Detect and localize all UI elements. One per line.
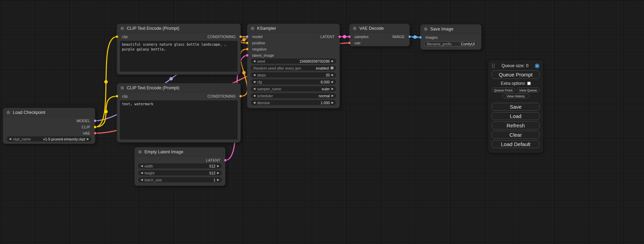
settings-gear-icon[interactable] <box>535 63 540 69</box>
cfg-widget[interactable]: ◀ cfg 8.000 ▶ <box>251 79 336 84</box>
ckpt-name-widget[interactable]: ◀ ckpt_name v1-5-pruned-emaonly.ckpt ▶ <box>7 136 91 142</box>
node-header[interactable]: CLIP Text Encode (Prompt) <box>117 83 240 92</box>
conditioning-output-port[interactable] <box>239 95 242 98</box>
node-header[interactable]: KSampler <box>247 24 339 33</box>
prev-value-arrow-icon[interactable]: ◀ <box>253 88 255 90</box>
sampler-name-widget[interactable]: ◀ sampler_name euler ▶ <box>251 86 336 91</box>
positive-prompt-textarea[interactable]: beautiful scenery nature glass bottle la… <box>120 41 238 72</box>
latent-output-port[interactable] <box>338 35 341 38</box>
node-header[interactable]: Save Image <box>421 25 481 34</box>
image-output-port[interactable] <box>408 35 411 38</box>
widget-label: seed <box>257 59 265 63</box>
view-history-button[interactable]: View History <box>502 93 529 98</box>
model-output-port[interactable] <box>94 119 97 123</box>
node-header[interactable]: Empty Latent Image <box>135 147 225 156</box>
decrement-arrow-icon[interactable]: ◀ <box>253 101 255 104</box>
increment-arrow-icon[interactable]: ▶ <box>217 179 219 181</box>
collapse-toggle-icon[interactable] <box>424 27 427 31</box>
refresh-button[interactable]: Refresh <box>492 121 540 129</box>
decrement-arrow-icon[interactable]: ◀ <box>141 172 143 174</box>
batch-size-widget[interactable]: ◀ batch_size 1 ▶ <box>138 177 222 182</box>
node-save-image[interactable]: Save Image images filename_prefix ComfyU… <box>420 24 482 50</box>
increment-arrow-icon[interactable]: ▶ <box>217 165 219 168</box>
node-header[interactable]: Load Checkpoint <box>3 108 95 117</box>
random-seed-toggle-dot[interactable] <box>330 66 334 70</box>
next-value-arrow-icon[interactable]: ▶ <box>332 94 334 97</box>
latent-output-port[interactable] <box>224 159 227 162</box>
increment-arrow-icon[interactable]: ▶ <box>217 172 219 174</box>
denoise-widget[interactable]: ◀ denoise 1.000 ▶ <box>251 100 336 105</box>
queue-front-button[interactable]: Queue Front <box>492 88 515 92</box>
collapse-toggle-icon[interactable] <box>121 86 124 90</box>
wire-midpoint-dot <box>104 80 108 84</box>
collapse-toggle-icon[interactable] <box>251 27 254 30</box>
load-button[interactable]: Load <box>492 112 540 120</box>
input-label-clip: clip <box>122 94 128 98</box>
wire-midpoint-dot <box>169 77 173 81</box>
increment-arrow-icon[interactable]: ▶ <box>332 81 334 83</box>
latent-image-input-port[interactable] <box>246 54 249 57</box>
queue-panel-header[interactable]: Queue size:0 <box>492 63 540 69</box>
increment-arrow-icon[interactable]: ▶ <box>332 60 334 63</box>
prev-value-arrow-icon[interactable]: ◀ <box>253 94 255 97</box>
filename-prefix-widget[interactable]: filename_prefix ComfyUI <box>424 41 478 46</box>
node-graph-canvas[interactable]: Load Checkpoint MODEL CLIP VAE ◀ ckpt_na… <box>0 0 644 244</box>
vae-input-port[interactable] <box>348 42 351 45</box>
height-widget[interactable]: ◀ height 512 ▶ <box>138 170 222 175</box>
slot-row: images <box>421 34 481 40</box>
node-clip-text-encode-negative[interactable]: CLIP Text Encode (Prompt) clip CONDITION… <box>117 83 241 143</box>
node-vae-decode[interactable]: VAE Decode samples IMAGE vae <box>349 24 410 46</box>
positive-input-port[interactable] <box>246 42 249 45</box>
queue-prompt-button[interactable]: Queue Prompt <box>492 70 540 79</box>
wire-midpoint-dot <box>104 110 108 114</box>
negative-input-port[interactable] <box>246 48 249 51</box>
collapse-toggle-icon[interactable] <box>7 111 10 114</box>
node-header[interactable]: VAE Decode <box>350 24 409 33</box>
queue-panel: Queue size:0 Queue Prompt Extra options <box>488 61 543 153</box>
node-clip-text-encode-positive[interactable]: CLIP Text Encode (Prompt) clip CONDITION… <box>117 24 241 75</box>
node-header[interactable]: CLIP Text Encode (Prompt) <box>117 24 240 33</box>
clear-button[interactable]: Clear <box>492 131 540 139</box>
decrement-arrow-icon[interactable]: ◀ <box>253 81 255 83</box>
collapse-toggle-icon[interactable] <box>138 150 142 154</box>
slot-row: positive <box>247 40 339 46</box>
next-value-arrow-icon[interactable]: ▶ <box>332 88 334 90</box>
widget-value: 512 <box>209 171 215 175</box>
prev-value-arrow-icon[interactable]: ◀ <box>9 138 11 141</box>
widget-value: 20 <box>326 73 330 77</box>
decrement-arrow-icon[interactable]: ◀ <box>253 60 255 63</box>
increment-arrow-icon[interactable]: ▶ <box>332 74 334 76</box>
images-input-port[interactable] <box>419 36 422 39</box>
seed-widget[interactable]: ◀ seed 156680208700286 ▶ <box>251 58 336 64</box>
node-empty-latent-image[interactable]: Empty Latent Image LATENT ◀ width 512 ▶ … <box>134 147 226 186</box>
collapse-toggle-icon[interactable] <box>353 27 356 30</box>
model-input-port[interactable] <box>246 35 249 38</box>
clip-output-port[interactable] <box>94 126 97 129</box>
decrement-arrow-icon[interactable]: ◀ <box>253 74 255 76</box>
negative-prompt-textarea[interactable]: text, watermark <box>120 100 238 139</box>
collapse-toggle-icon[interactable] <box>121 27 124 30</box>
steps-widget[interactable]: ◀ steps 20 ▶ <box>251 72 336 78</box>
drag-handle-icon[interactable] <box>492 63 495 68</box>
increment-arrow-icon[interactable]: ▶ <box>332 101 334 104</box>
node-ksampler[interactable]: KSampler model LATENT positive negative … <box>247 24 340 108</box>
clip-input-port[interactable] <box>115 95 118 98</box>
save-button[interactable]: Save <box>492 103 540 111</box>
node-title: CLIP Text Encode (Prompt) <box>127 26 179 31</box>
decrement-arrow-icon[interactable]: ◀ <box>141 179 143 181</box>
samples-input-port[interactable] <box>348 35 351 38</box>
decrement-arrow-icon[interactable]: ◀ <box>141 165 143 168</box>
next-value-arrow-icon[interactable]: ▶ <box>87 138 89 141</box>
load-default-button[interactable]: Load Default <box>492 140 540 148</box>
clip-input-port[interactable] <box>115 35 118 38</box>
widget-value: enabled <box>316 66 329 70</box>
scheduler-widget[interactable]: ◀ scheduler normal ▶ <box>251 93 336 98</box>
vae-output-port[interactable] <box>94 132 97 135</box>
width-widget[interactable]: ◀ width 512 ▶ <box>138 163 222 169</box>
view-queue-button[interactable]: View Queue <box>517 88 540 92</box>
conditioning-output-port[interactable] <box>239 35 242 38</box>
extra-options-checkbox[interactable] <box>527 82 531 85</box>
node-load-checkpoint[interactable]: Load Checkpoint MODEL CLIP VAE ◀ ckpt_na… <box>3 108 95 144</box>
widget-label: height <box>144 171 155 175</box>
random-seed-toggle-widget[interactable]: Random seed after every gen enabled <box>251 65 336 71</box>
